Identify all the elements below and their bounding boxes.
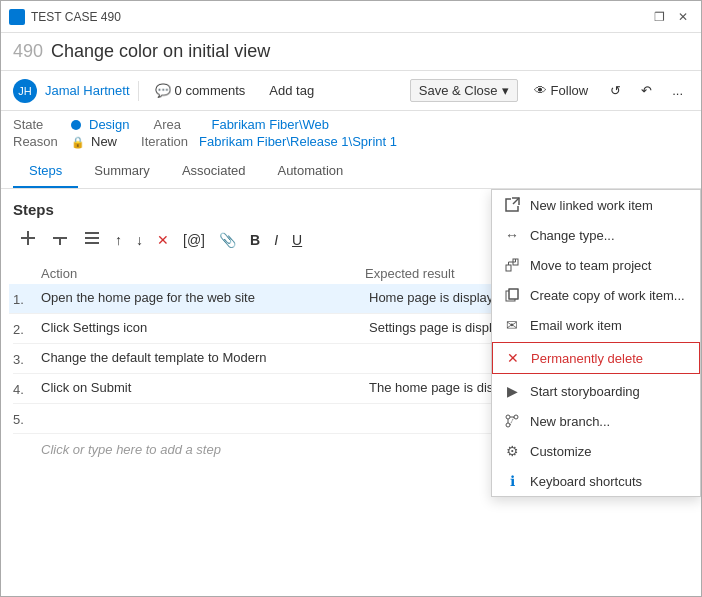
menu-item-new-linked[interactable]: New linked work item xyxy=(492,190,700,220)
save-dropdown-arrow: ▾ xyxy=(502,83,509,98)
menu-item-keyboard[interactable]: ℹ Keyboard shortcuts xyxy=(492,466,700,496)
content-area: Steps ↑ ↓ ✕ [@] 📎 B I U xyxy=(1,189,701,596)
work-item-name: Change color on initial view xyxy=(51,41,270,62)
move-team-icon xyxy=(504,257,520,273)
menu-item-perm-delete[interactable]: ✕ Permanently delete xyxy=(492,342,700,374)
comment-icon: 💬 xyxy=(155,83,171,98)
iteration-field: Iteration Fabrikam Fiber\Release 1\Sprin… xyxy=(141,134,397,149)
menu-item-label: Email work item xyxy=(530,318,622,333)
avatar: JH xyxy=(13,79,37,103)
delete-icon: ✕ xyxy=(505,350,521,366)
svg-rect-11 xyxy=(509,289,518,299)
step-number: 1. xyxy=(13,290,41,307)
keyboard-icon: ℹ xyxy=(504,473,520,489)
menu-item-move-team[interactable]: Move to team project xyxy=(492,250,700,280)
dropdown-menu: New linked work item ↔ Change type... Mo… xyxy=(491,189,701,497)
branch-icon xyxy=(504,413,520,429)
delete-step-btn[interactable]: ✕ xyxy=(151,229,175,251)
menu-item-change-type[interactable]: ↔ Change type... xyxy=(492,220,700,250)
step-number: 2. xyxy=(13,320,41,337)
menu-item-customize[interactable]: ⚙ Customize xyxy=(492,436,700,466)
area-label: Area xyxy=(153,117,203,132)
save-close-button[interactable]: Save & Close ▾ xyxy=(410,79,518,102)
app-icon xyxy=(9,9,25,25)
menu-item-label: Move to team project xyxy=(530,258,651,273)
title-bar: TEST CASE 490 ❐ ✕ xyxy=(1,1,701,33)
restore-button[interactable]: ❐ xyxy=(649,7,669,27)
fields-row-2: Reason 🔒 New Iteration Fabrikam Fiber\Re… xyxy=(1,134,701,155)
step-number: 5. xyxy=(13,410,41,427)
svg-rect-6 xyxy=(85,242,99,244)
area-value[interactable]: Fabrikam Fiber\Web xyxy=(211,117,329,132)
menu-item-create-copy[interactable]: Create copy of work item... xyxy=(492,280,700,310)
lock-icon: 🔒 xyxy=(71,136,83,148)
underline-btn[interactable]: U xyxy=(286,229,308,251)
storyboard-icon: ▶ xyxy=(504,383,520,399)
svg-rect-2 xyxy=(53,237,67,239)
attach-btn[interactable]: 📎 xyxy=(213,229,242,251)
state-field: State Design xyxy=(13,117,129,132)
iteration-value[interactable]: Fabrikam Fiber\Release 1\Sprint 1 xyxy=(199,134,397,149)
menu-item-label: Start storyboarding xyxy=(530,384,640,399)
add-tag-button[interactable]: Add tag xyxy=(261,80,322,101)
italic-btn[interactable]: I xyxy=(268,229,284,251)
change-type-icon: ↔ xyxy=(504,227,520,243)
step-action[interactable]: Click on Submit xyxy=(41,380,369,395)
refresh-button[interactable]: ↺ xyxy=(604,80,627,101)
menu-item-new-branch[interactable]: New branch... xyxy=(492,406,700,436)
close-button[interactable]: ✕ xyxy=(673,7,693,27)
step-action[interactable]: Change the default template to Modern xyxy=(41,350,369,365)
menu-item-label: Customize xyxy=(530,444,591,459)
toolbar-divider xyxy=(138,81,139,101)
insert-step-before-btn[interactable] xyxy=(13,226,43,253)
main-window: TEST CASE 490 ❐ ✕ 490 Change color on in… xyxy=(0,0,702,597)
tab-steps[interactable]: Steps xyxy=(13,155,78,188)
svg-point-15 xyxy=(506,423,510,427)
state-dot xyxy=(71,120,81,130)
reason-value: New xyxy=(91,134,117,149)
svg-rect-3 xyxy=(59,239,61,245)
tab-associated[interactable]: Associated xyxy=(166,155,262,188)
step-number: 4. xyxy=(13,380,41,397)
work-item-title-row: 490 Change color on initial view xyxy=(1,33,701,71)
work-item-id: 490 xyxy=(13,41,43,62)
svg-rect-4 xyxy=(85,232,99,234)
tab-summary[interactable]: Summary xyxy=(78,155,166,188)
tabs-bar: Steps Summary Associated Automation xyxy=(1,155,701,189)
undo-button[interactable]: ↶ xyxy=(635,80,658,101)
col-action-header: Action xyxy=(41,266,365,281)
move-down-btn[interactable]: ↓ xyxy=(130,229,149,251)
comments-button[interactable]: 💬 0 comments xyxy=(147,80,254,101)
menu-item-email[interactable]: ✉ Email work item xyxy=(492,310,700,340)
window-controls: ❐ ✕ xyxy=(649,7,693,27)
more-button[interactable]: ... xyxy=(666,80,689,101)
move-up-btn[interactable]: ↑ xyxy=(109,229,128,251)
state-label: State xyxy=(13,117,63,132)
menu-item-label: Create copy of work item... xyxy=(530,288,685,303)
area-field: Area Fabrikam Fiber\Web xyxy=(153,117,329,132)
param-btn[interactable]: [@] xyxy=(177,229,211,251)
username[interactable]: Jamal Hartnett xyxy=(45,83,130,98)
menu-item-label: New linked work item xyxy=(530,198,653,213)
iteration-label: Iteration xyxy=(141,134,191,149)
tab-automation[interactable]: Automation xyxy=(261,155,359,188)
follow-button[interactable]: 👁 Follow xyxy=(526,80,597,101)
reason-field: Reason 🔒 New xyxy=(13,134,117,149)
reason-label: Reason xyxy=(13,134,63,149)
follow-icon: 👁 xyxy=(534,83,547,98)
customize-icon: ⚙ xyxy=(504,443,520,459)
menu-item-label: Keyboard shortcuts xyxy=(530,474,642,489)
bold-btn[interactable]: B xyxy=(244,229,266,251)
step-action[interactable]: Open the home page for the web site xyxy=(41,290,369,305)
insert-step-after-btn[interactable] xyxy=(45,226,75,253)
new-linked-icon xyxy=(504,197,520,213)
toolbar: JH Jamal Hartnett 💬 0 comments Add tag S… xyxy=(1,71,701,111)
svg-rect-5 xyxy=(85,237,99,239)
step-action[interactable]: Click Settings icon xyxy=(41,320,369,335)
create-copy-icon xyxy=(504,287,520,303)
menu-item-storyboard[interactable]: ▶ Start storyboarding xyxy=(492,376,700,406)
insert-shared-btn[interactable] xyxy=(77,226,107,253)
state-value[interactable]: Design xyxy=(89,117,129,132)
window-title: TEST CASE 490 xyxy=(31,10,649,24)
col-num-header xyxy=(13,266,41,281)
